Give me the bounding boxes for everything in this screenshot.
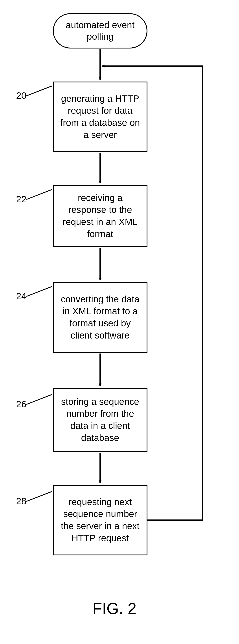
step-20: generating a HTTP request for data from …	[53, 82, 147, 152]
step-28: requesting next sequence number the serv…	[53, 485, 147, 556]
step-26-text: storing a sequence number from the data …	[58, 396, 143, 444]
svg-line-5	[26, 86, 52, 96]
step-number-28: 28	[13, 496, 26, 506]
step-24-text: converting the data in XML format to a f…	[58, 293, 143, 342]
step-24: converting the data in XML format to a f…	[53, 282, 147, 353]
figure-caption: FIG. 2	[92, 600, 136, 618]
step-number-24: 24	[13, 291, 26, 302]
terminator-label: automated event polling	[60, 20, 140, 42]
svg-line-7	[26, 286, 52, 296]
step-number-20: 20	[13, 90, 26, 101]
step-number-26: 26	[13, 399, 26, 410]
step-26: storing a sequence number from the data …	[53, 388, 147, 452]
svg-line-6	[26, 190, 52, 200]
step-20-text: generating a HTTP request for data from …	[58, 93, 143, 141]
svg-line-8	[26, 394, 52, 404]
terminator-start: automated event polling	[53, 13, 147, 48]
step-22: receiving a response to the request in a…	[53, 185, 147, 247]
step-number-22: 22	[13, 194, 26, 204]
step-28-text: requesting next sequence number the serv…	[58, 496, 143, 544]
svg-line-9	[26, 492, 52, 502]
flowchart-canvas: automated event polling 20 generating a …	[0, 0, 239, 644]
step-22-text: receiving a response to the request in a…	[58, 192, 143, 240]
